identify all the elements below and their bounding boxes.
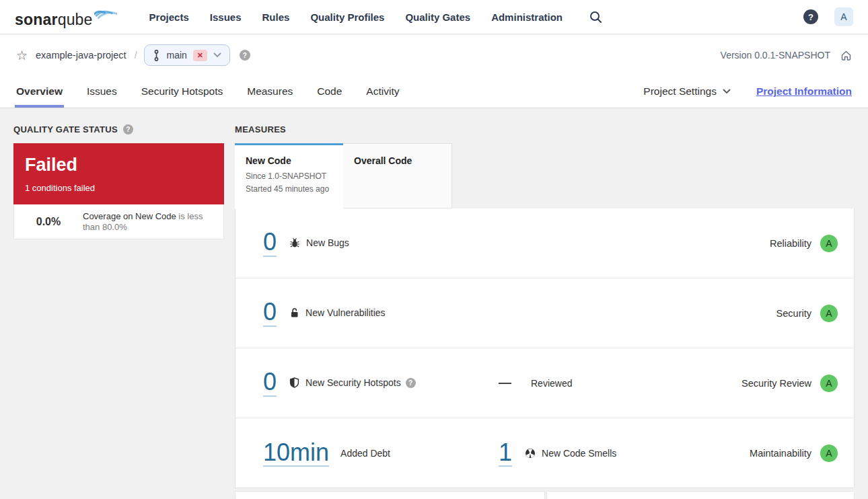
nav-quality-gates[interactable]: Quality Gates — [405, 11, 470, 23]
quality-gate-panel: QUALITY GATE STATUS ? Failed 1 condition… — [13, 124, 224, 239]
added-debt-link[interactable]: 10min — [263, 440, 329, 467]
tab-new-code[interactable]: New Code Since 1.0-SNAPSHOT Started 45 m… — [235, 143, 343, 209]
branch-help-icon[interactable]: ? — [240, 50, 250, 61]
breadcrumb: ☆ example-java-project / main ✕ ? Versio… — [0, 35, 868, 75]
branch-selector[interactable]: main ✕ — [144, 44, 230, 66]
tab-security-hotspots[interactable]: Security Hotspots — [141, 75, 223, 108]
measures-list: 0 — [235, 208, 855, 488]
nav-quality-profiles[interactable]: Quality Profiles — [310, 11, 384, 23]
row-rating: Security Review A — [742, 375, 838, 392]
project-tabs: Overview Issues Security Hotspots Measur… — [16, 75, 399, 108]
main-nav: Projects Issues Rules Quality Profiles Q… — [149, 11, 563, 23]
branch-failed-badge[interactable]: ✕ — [193, 50, 207, 61]
tabs-right: Project Settings Project Information — [643, 75, 852, 108]
measures-title: MEASURES — [235, 124, 855, 135]
bottom-cards — [235, 491, 855, 499]
reliability-rating-badge: A — [820, 235, 838, 252]
security-review-rating-badge: A — [820, 375, 838, 392]
measures-tabs: New Code Since 1.0-SNAPSHOT Started 45 m… — [235, 143, 855, 208]
avatar[interactable]: A — [834, 7, 853, 26]
top-nav: sonarqube Projects Issues Rules Quality … — [0, 0, 868, 34]
home-icon[interactable] — [840, 50, 852, 61]
new-code-since: Since 1.0-SNAPSHOT — [246, 171, 332, 181]
nav-rules[interactable]: Rules — [262, 11, 290, 23]
row-secondary: 1 New Code Smells — [499, 440, 616, 467]
project-settings-label: Project Settings — [643, 85, 717, 98]
new-vulnerabilities-count-link[interactable]: 0 — [263, 299, 277, 327]
quality-gate-title: QUALITY GATE STATUS ? — [13, 124, 224, 135]
row-rating: Security A — [776, 305, 838, 322]
quality-gate-status: Failed — [25, 155, 213, 176]
nav-issues[interactable]: Issues — [210, 11, 242, 23]
tab-measures[interactable]: Measures — [247, 75, 293, 108]
tab-overview[interactable]: Overview — [16, 75, 63, 108]
new-bugs-label: New Bugs — [306, 237, 349, 248]
maintainability-label: Maintainability — [750, 448, 811, 459]
tab-code[interactable]: Code — [317, 75, 342, 108]
logo-text: sonarqube — [15, 11, 93, 29]
favorite-star-icon[interactable]: ☆ — [16, 49, 28, 62]
condition-metric: Coverage on New Code — [83, 211, 176, 221]
measure-row-maintainability: 10min Added Debt 1 — [236, 418, 854, 488]
new-bugs-count-link[interactable]: 0 — [263, 229, 277, 257]
quality-gate-condition[interactable]: 0.0% Coverage on New Code is less than 8… — [13, 204, 224, 239]
row-rating: Reliability A — [770, 235, 838, 252]
branch-name: main — [167, 50, 187, 61]
branch-icon — [152, 50, 161, 61]
bottom-card-left — [235, 491, 545, 499]
overall-code-tab-label: Overall Code — [354, 155, 441, 166]
reviewed-label: Reviewed — [531, 378, 572, 389]
nav-projects[interactable]: Projects — [149, 11, 189, 23]
bottom-card-right — [546, 491, 855, 499]
project-version: Version 0.0.1-SNAPSHOT — [721, 50, 830, 61]
row-left: 0 — [236, 229, 349, 257]
sonarqube-overview-page: sonarqube Projects Issues Rules Quality … — [0, 0, 868, 499]
condition-value: 0.0% — [14, 216, 83, 228]
project-information-link[interactable]: Project Information — [756, 85, 852, 98]
project-tabs-bar: Overview Issues Security Hotspots Measur… — [0, 75, 868, 108]
breadcrumb-separator: / — [135, 50, 137, 61]
breadcrumb-project-link[interactable]: example-java-project — [36, 50, 126, 61]
security-rating-badge: A — [820, 305, 838, 322]
quality-gate-title-text: QUALITY GATE STATUS — [13, 124, 118, 135]
sonarqube-logo[interactable]: sonarqube — [15, 5, 117, 29]
added-debt-label: Added Debt — [340, 448, 390, 459]
new-hotspots-count-link[interactable]: 0 — [263, 369, 277, 397]
new-code-smells-label: New Code Smells — [542, 448, 616, 459]
reviewed-dash — [499, 383, 511, 384]
new-code-tab-label: New Code — [246, 155, 332, 166]
logo-swoosh-icon — [94, 5, 117, 24]
row-left: 10min Added Debt — [236, 440, 390, 467]
project-settings-menu[interactable]: Project Settings — [643, 85, 731, 98]
measure-row-hotspots: 0 New Security Hotspots ? Reviewed — [236, 348, 854, 418]
security-review-label: Security Review — [742, 378, 811, 389]
new-vulnerabilities-label: New Vulnerabilities — [305, 307, 386, 318]
help-icon[interactable]: ? — [803, 9, 818, 24]
measures-panel: MEASURES New Code Since 1.0-SNAPSHOT Sta… — [235, 124, 855, 499]
chevron-down-icon — [213, 52, 221, 58]
row-rating: Maintainability A — [750, 445, 838, 462]
chevron-down-icon — [723, 89, 731, 94]
breadcrumb-right: Version 0.0.1-SNAPSHOT — [721, 50, 852, 61]
tab-activity[interactable]: Activity — [366, 75, 399, 108]
row-left: 0 New Vulnerabilities — [236, 299, 386, 327]
code-smell-icon — [525, 448, 536, 459]
measure-row-bugs: 0 — [236, 208, 854, 278]
hotspots-help-icon[interactable]: ? — [406, 378, 416, 388]
security-label: Security — [776, 308, 811, 319]
tab-issues[interactable]: Issues — [87, 75, 117, 108]
reliability-label: Reliability — [770, 238, 811, 249]
shield-icon — [289, 377, 299, 388]
quality-gate-help-icon[interactable]: ? — [123, 124, 133, 135]
bug-icon — [289, 237, 300, 248]
lock-icon — [289, 307, 299, 318]
new-code-smells-count-link[interactable]: 1 — [499, 440, 512, 467]
row-secondary: Reviewed — [499, 378, 572, 389]
quality-gate-summary: 1 conditions failed — [25, 183, 213, 193]
overview-content: QUALITY GATE STATUS ? Failed 1 condition… — [0, 109, 868, 499]
search-icon[interactable] — [589, 11, 602, 24]
tab-overall-code[interactable]: Overall Code — [343, 143, 452, 208]
new-hotspots-label: New Security Hotspots — [305, 377, 401, 388]
nav-administration[interactable]: Administration — [491, 11, 563, 23]
maintainability-rating-badge: A — [820, 445, 838, 462]
